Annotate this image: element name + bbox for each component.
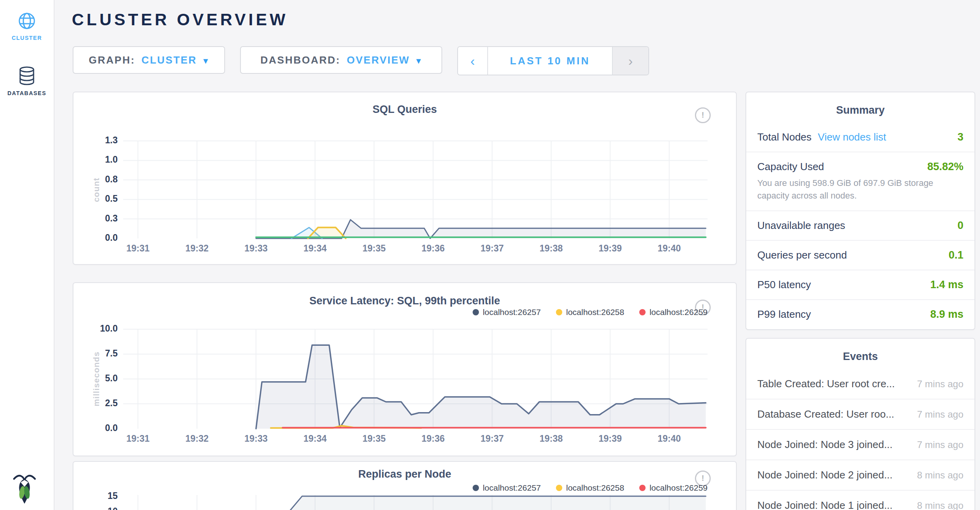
legend-item: localhost:26257: [473, 483, 541, 493]
chart-title: Service Latency: SQL, 99th percentile: [73, 295, 736, 307]
replicas-plot: 1510: [123, 495, 708, 510]
y-axis-tick-label: 1.3: [83, 135, 118, 146]
time-range-button[interactable]: LAST 10 MIN: [488, 47, 612, 75]
x-axis-tick-label: 19:40: [646, 433, 693, 444]
chart-legend: localhost:26257 localhost:26258 localhos…: [473, 308, 708, 317]
legend-item: localhost:26259: [639, 308, 708, 317]
cockroach-bug-icon: [11, 473, 38, 504]
summary-title: Summary: [746, 104, 974, 116]
sidebar-item-label: DATABASES: [0, 90, 54, 96]
legend-dot: [473, 485, 479, 491]
event-row[interactable]: Node Joined: Node 2 joined... 8 mins ago: [746, 460, 974, 491]
x-axis-tick-label: 19:36: [409, 433, 457, 444]
event-row[interactable]: Node Joined: Node 3 joined... 7 mins ago: [746, 430, 974, 460]
crdb-admin-ui: CLUSTER DATABASES: [0, 0, 980, 510]
time-next-button[interactable]: ›: [612, 47, 648, 75]
chart-title: Replicas per Node: [73, 468, 736, 480]
x-axis-tick-label: 19:32: [173, 433, 221, 444]
service-latency-chart: [123, 329, 708, 429]
sql-queries-chart: [123, 141, 708, 238]
x-axis-tick-label: 19:39: [586, 433, 634, 444]
events-panel: Events Table Created: User root cre... 7…: [745, 338, 975, 510]
chart-legend: localhost:26257 localhost:26258 localhos…: [473, 483, 708, 493]
summary-row-unavailable-ranges: Unavailable ranges 0: [746, 210, 974, 240]
x-axis-tick-label: 19:36: [409, 243, 457, 254]
graph-dropdown[interactable]: GRAPH: CLUSTER ▾: [73, 46, 225, 74]
summary-row-queries-per-second: Queries per second 0.1: [746, 240, 974, 270]
y-axis-tick-label: 0.0: [83, 423, 118, 433]
summary-row-capacity-used: Capacity Used 85.82% You are using 598.9…: [746, 152, 974, 210]
summary-panel: Summary Total NodesView nodes list 3 Cap…: [745, 92, 975, 330]
y-axis-tick-label: 5.0: [83, 373, 118, 384]
view-nodes-list-link[interactable]: View nodes list: [818, 131, 886, 143]
y-axis-tick-label: 0.3: [83, 213, 118, 224]
y-axis-tick-label: 10.0: [83, 323, 118, 334]
x-axis-tick-label: 19:35: [350, 243, 398, 254]
sql-queries-plot: count 0.00.30.50.81.01.319:3119:3219:331…: [123, 141, 708, 238]
y-axis-tick-label: 15: [83, 491, 118, 501]
database-icon: [18, 66, 36, 85]
chart-title: SQL Queries: [73, 103, 736, 116]
x-axis-tick-label: 19:34: [291, 433, 339, 444]
summary-value: 1.4 ms: [930, 279, 963, 291]
sidebar-item-databases[interactable]: DATABASES: [0, 66, 54, 96]
x-axis-tick-label: 19:31: [114, 433, 161, 444]
x-axis-tick-label: 19:33: [232, 243, 280, 254]
dashboard-dropdown[interactable]: DASHBOARD: OVERVIEW ▾: [240, 46, 442, 74]
chevron-down-icon: ▾: [416, 55, 422, 66]
x-axis-tick-label: 19:37: [468, 433, 516, 444]
capacity-subtext: You are using 598.9 GiB of 697.9 GiB sto…: [757, 177, 963, 202]
x-axis-tick-label: 19:33: [232, 433, 280, 444]
x-axis-tick-label: 19:40: [646, 243, 693, 254]
event-row[interactable]: Table Created: User root cre... 7 mins a…: [746, 369, 974, 399]
page-title: CLUSTER OVERVIEW: [72, 10, 288, 29]
events-title: Events: [746, 351, 974, 363]
chevron-down-icon: ▾: [203, 55, 209, 66]
graph-dropdown-value: CLUSTER: [141, 54, 197, 66]
summary-value: 3: [957, 131, 963, 143]
legend-dot: [639, 485, 646, 491]
event-row[interactable]: Database Created: User roo... 7 mins ago: [746, 399, 974, 430]
legend-dot: [556, 485, 562, 491]
info-icon[interactable]: !: [695, 107, 711, 123]
legend-item: localhost:26259: [639, 483, 708, 493]
summary-value: 85.82%: [927, 161, 963, 173]
service-latency-chart-panel: Service Latency: SQL, 99th percentile ! …: [73, 282, 737, 456]
replicas-per-node-chart-panel: Replicas per Node ! localhost:26257 loca…: [73, 461, 737, 510]
y-axis-tick-label: 0.5: [83, 193, 118, 204]
graph-dropdown-label: GRAPH:: [89, 54, 135, 66]
summary-value: 0: [957, 219, 963, 232]
x-axis-tick-label: 19:37: [468, 243, 516, 254]
y-axis-tick-label: 1.0: [83, 154, 118, 165]
sql-queries-chart-panel: SQL Queries ! count 0.00.30.50.81.01.319…: [73, 92, 737, 265]
y-axis-tick-label: 10: [83, 506, 118, 510]
y-axis-tick-label: 7.5: [83, 348, 118, 359]
dashboard-dropdown-value: OVERVIEW: [347, 54, 410, 66]
y-axis-tick-label: 2.5: [83, 398, 118, 409]
x-axis-tick-label: 19:32: [173, 243, 221, 254]
event-row[interactable]: Node Joined: Node 1 joined... 8 mins ago: [746, 491, 974, 510]
time-prev-button[interactable]: ‹: [458, 47, 488, 75]
sidebar-item-cluster[interactable]: CLUSTER: [0, 12, 54, 41]
legend-item: localhost:26257: [473, 308, 541, 317]
x-axis-tick-label: 19:34: [291, 243, 339, 254]
y-axis-tick-label: 0.0: [83, 232, 118, 243]
legend-dot: [556, 309, 562, 315]
y-axis-tick-label: 0.8: [83, 174, 118, 185]
x-axis-tick-label: 19:38: [528, 433, 575, 444]
x-axis-tick-label: 19:31: [114, 243, 161, 254]
dashboard-dropdown-label: DASHBOARD:: [261, 54, 341, 66]
cockroach-logo[interactable]: [11, 473, 38, 504]
summary-value: 0.1: [948, 249, 963, 261]
legend-item: localhost:26258: [556, 308, 624, 317]
sidebar-item-label: CLUSTER: [0, 35, 54, 41]
summary-row-p99-latency: P99 latency 8.9 ms: [746, 299, 974, 329]
summary-row-total-nodes: Total NodesView nodes list 3: [746, 123, 974, 152]
legend-dot: [639, 309, 646, 315]
x-axis-tick-label: 19:35: [350, 433, 398, 444]
time-range-selector: ‹ LAST 10 MIN ›: [457, 46, 649, 75]
summary-value: 8.9 ms: [930, 308, 963, 321]
globe-icon: [18, 12, 36, 30]
x-axis-tick-label: 19:39: [586, 243, 634, 254]
x-axis-tick-label: 19:38: [528, 243, 575, 254]
